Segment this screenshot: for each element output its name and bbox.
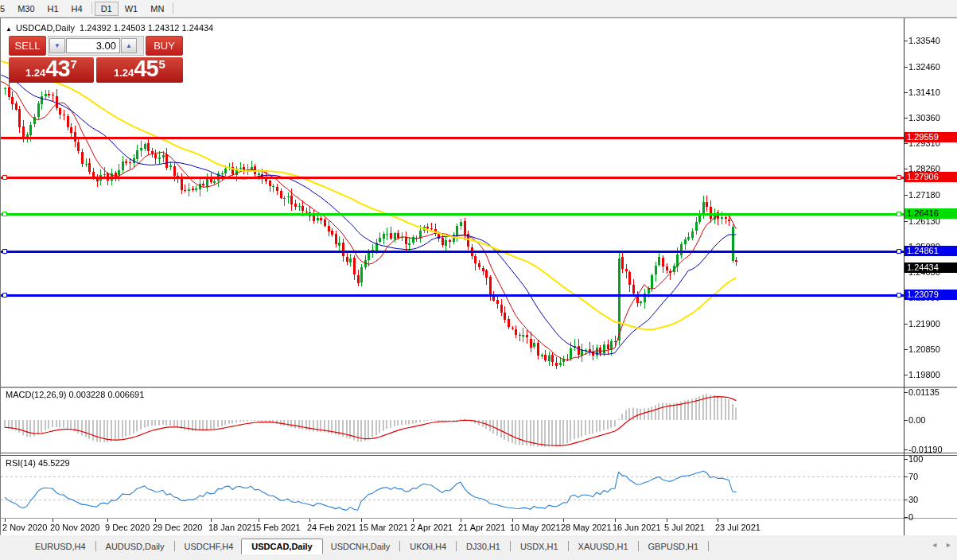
macd-indicator-label: MACD(12,26,9) 0.003228 0.006691	[6, 390, 144, 399]
chart-tab-usdcad[interactable]: USDCAD,Daily	[241, 539, 322, 554]
date-axis-label: 2 Nov 2020	[2, 523, 47, 532]
chart-tab-usdchf[interactable]: USDCHF,H4	[177, 539, 242, 554]
date-axis-label: 29 Dec 2020	[153, 523, 202, 532]
tab-separator	[174, 541, 175, 551]
tabs-scroll-right-icon[interactable]: ►	[945, 541, 952, 549]
timeframe-button-h4[interactable]: H4	[65, 2, 89, 16]
sell-price-small: 1.24	[25, 67, 45, 79]
buy-button[interactable]: BUY	[146, 36, 183, 56]
rsi-axis-tick-label: 0	[908, 512, 913, 522]
tab-separator	[638, 541, 639, 551]
date-axis-label: 18 Jan 2021	[208, 523, 257, 532]
date-axis-label: 16 Jun 2021	[613, 523, 661, 532]
sell-price-big: 43	[45, 58, 69, 79]
date-axis-label: 21 Apr 2021	[458, 523, 505, 532]
chart-tabs-bar: EURUSD,H4AUDUSD,DailyUSDCHF,H4USDCAD,Dai…	[0, 535, 957, 560]
mt4-terminal: { "toolbar": { "items": [ {"label": "5",…	[0, 0, 957, 560]
timeframe-button-w1[interactable]: W1	[119, 2, 145, 16]
toolbar-separator	[91, 2, 92, 14]
chart-tab-usdcnh[interactable]: USDCNH,Daily	[323, 539, 399, 554]
sell-price-sup: 7	[71, 57, 77, 71]
date-axis-label: 5 Feb 2021	[256, 523, 301, 532]
date-axis-label: 2 Apr 2021	[410, 523, 453, 532]
chart-tab-audusd[interactable]: AUDUSD,Daily	[98, 539, 173, 554]
volume-strip: ▼ ▲	[48, 36, 144, 56]
spin-up-icon: ▲	[126, 42, 132, 49]
timeframe-button-d1[interactable]: D1	[95, 2, 119, 16]
buy-price-panel[interactable]: 1.24455	[96, 57, 183, 83]
chart-tab-ukoil[interactable]: UKOil,H4	[402, 539, 454, 554]
date-axis-label: 20 Nov 2020	[50, 523, 99, 532]
date-axis-label: 28 May 2021	[561, 523, 612, 532]
date-axis-label: 23 Jul 2021	[715, 523, 761, 532]
price-axis-tick-label: 1.21900	[908, 319, 940, 329]
chart-canvas[interactable]	[1, 18, 957, 535]
hline-price-tag: 1.24861	[904, 246, 957, 256]
timeframe-button-5[interactable]: 5	[0, 2, 11, 16]
volume-increase-button[interactable]: ▲	[121, 38, 137, 53]
buy-price-sup: 5	[159, 57, 165, 71]
tab-separator	[510, 541, 511, 551]
current-price-tag: 1.24434	[904, 262, 957, 273]
price-axis-tick-label: 1.33540	[908, 36, 940, 45]
timeframe-button-m30[interactable]: M30	[11, 2, 41, 16]
hline-price-tag: 1.29559	[904, 132, 957, 142]
rsi-indicator-label: RSI(14) 45.5229	[6, 458, 70, 468]
hline-price-tag: 1.23079	[904, 290, 957, 300]
price-axis-tick-label: 1.20850	[908, 344, 940, 354]
chart-window: ▲USDCAD,Daily 1.24392 1.24503 1.24312 1.…	[0, 18, 957, 535]
tab-separator	[708, 541, 709, 551]
price-axis-tick-label: 1.32460	[908, 62, 940, 72]
macd-axis-tick-label: 0.00	[908, 415, 925, 425]
volume-decrease-button[interactable]: ▼	[49, 38, 65, 53]
timeframe-button-h1[interactable]: H1	[41, 2, 65, 16]
date-axis-label: 15 Mar 2021	[359, 523, 408, 532]
chart-tab-xauusd[interactable]: XAUUSD,H1	[570, 539, 636, 554]
chart-tab-eurusd[interactable]: EURUSD,H4	[27, 539, 94, 554]
tab-separator	[456, 541, 457, 551]
collapse-arrow-icon[interactable]: ▲	[6, 25, 12, 33]
date-axis-label: 10 May 2021	[510, 523, 561, 532]
one-click-trade-panel: SELL ▼ ▲ BUY 1.24437 1.24455	[9, 36, 183, 83]
chart-title: ▲USDCAD,Daily 1.24392 1.24503 1.24312 1.…	[6, 23, 213, 33]
tab-separator	[95, 541, 96, 551]
chart-tab-dj30[interactable]: DJ30,H1	[458, 539, 508, 554]
tab-separator	[399, 541, 400, 551]
chart-symbol-period: USDCAD,Daily	[16, 23, 75, 33]
price-axis-tick-label: 1.30360	[908, 113, 940, 122]
hline-price-tag: 1.27906	[904, 172, 957, 182]
price-axis-tick-label: 1.19800	[908, 370, 940, 379]
macd-axis-tick-label: -0.01190	[908, 445, 943, 454]
tabs-scroll-left-icon[interactable]: ◄	[931, 541, 938, 549]
hline-price-tag: 1.26416	[904, 208, 957, 219]
price-axis-tick-label: 1.27180	[908, 190, 940, 200]
chart-tab-gbpusd[interactable]: GBPUSD,H1	[640, 539, 707, 554]
chart-ohlc-values: 1.24392 1.24503 1.24312 1.24434	[80, 23, 213, 33]
price-axis-tick-label: 1.31410	[908, 88, 940, 97]
rsi-axis-tick-label: 100	[908, 454, 923, 464]
date-axis-label: 5 Jul 2021	[664, 523, 705, 532]
rsi-axis-tick-label: 70	[908, 472, 918, 481]
sell-price-panel[interactable]: 1.24437	[9, 57, 94, 83]
buy-price-small: 1.24	[114, 67, 134, 79]
timeframe-button-mn[interactable]: MN	[144, 2, 170, 16]
sell-button[interactable]: SELL	[9, 36, 46, 56]
buy-price-big: 45	[134, 58, 158, 79]
macd-axis-tick-label: 0.01135	[908, 387, 939, 397]
spin-down-icon: ▼	[54, 42, 60, 49]
toolbar-separator	[173, 2, 173, 14]
tab-separator	[568, 541, 569, 551]
timeframe-toolbar: 5M30H1H4D1W1MN	[0, 0, 957, 18]
chart-tab-usdx[interactable]: USDX,H1	[512, 539, 566, 554]
date-axis-label: 24 Feb 2021	[307, 523, 356, 532]
volume-input[interactable]	[66, 38, 120, 53]
rsi-axis-tick-label: 30	[908, 495, 918, 504]
date-axis-label: 9 Dec 2020	[105, 523, 150, 532]
